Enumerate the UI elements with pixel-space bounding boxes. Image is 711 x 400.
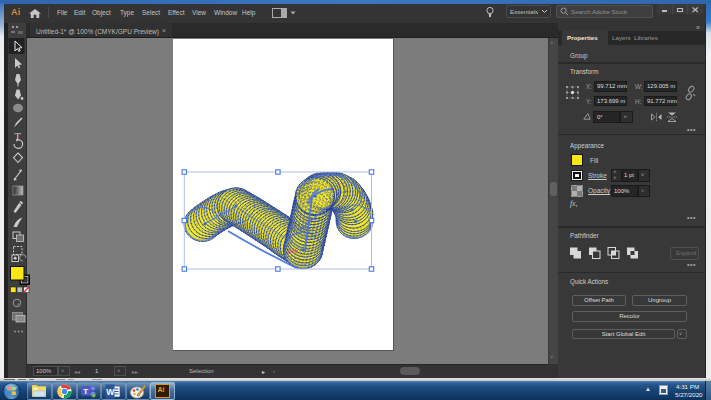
svg-text:W: W: [106, 386, 115, 396]
svg-text:T: T: [83, 387, 88, 396]
svg-text:path: path: [287, 248, 298, 254]
